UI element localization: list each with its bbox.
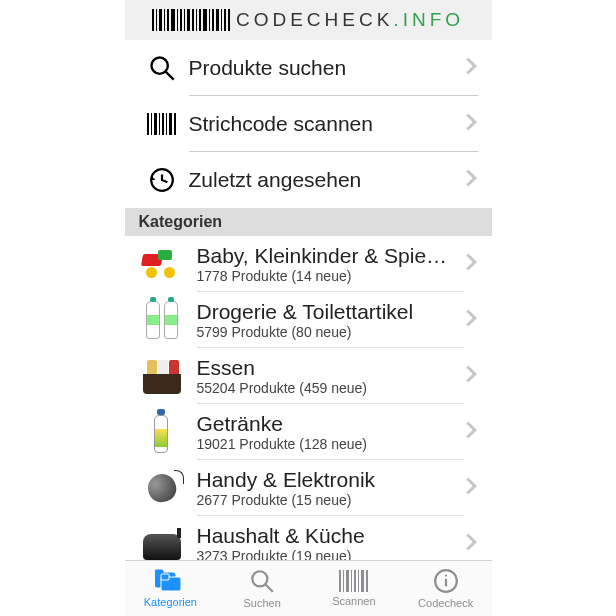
svg-rect-37 xyxy=(339,570,341,592)
category-row-handy[interactable]: Handy & Elektronik 2677 Produkte (15 neu… xyxy=(125,460,492,516)
svg-rect-13 xyxy=(203,9,207,31)
category-row-essen[interactable]: Essen 55204 Produkte (459 neue) xyxy=(125,348,492,404)
svg-point-47 xyxy=(445,575,447,577)
category-thumb xyxy=(135,351,189,401)
search-icon xyxy=(249,568,275,594)
svg-rect-23 xyxy=(151,113,152,135)
svg-rect-1 xyxy=(156,9,157,31)
action-scan[interactable]: Strichcode scannen xyxy=(125,96,492,152)
content: Produkte suchen Strichcode scannen xyxy=(125,40,492,560)
category-subtitle: 19021 Produkte (128 neue) xyxy=(197,436,460,452)
logo-word: CODECHECK xyxy=(236,9,393,30)
svg-rect-42 xyxy=(358,570,359,592)
svg-rect-41 xyxy=(354,570,356,592)
svg-rect-43 xyxy=(361,570,364,592)
svg-rect-5 xyxy=(171,9,175,31)
logo-suffix: INFO xyxy=(403,9,464,30)
svg-rect-11 xyxy=(196,9,197,31)
tab-kategorien[interactable]: Kategorien xyxy=(125,561,217,616)
svg-rect-44 xyxy=(366,570,368,592)
logo-text: CODECHECK.INFO xyxy=(236,9,464,31)
svg-rect-4 xyxy=(167,9,169,31)
category-title: Haushalt & Küche xyxy=(197,524,460,548)
category-thumb xyxy=(135,407,189,457)
tab-label: Codecheck xyxy=(418,597,473,609)
chevron-right-icon xyxy=(464,476,478,500)
history-icon xyxy=(139,167,185,193)
chevron-right-icon xyxy=(464,420,478,444)
category-subtitle: 55204 Produkte (459 neue) xyxy=(197,380,460,396)
barcode-icon xyxy=(139,113,185,135)
category-row-drogerie[interactable]: Drogerie & Toilettartikel 5799 Produkte … xyxy=(125,292,492,348)
info-icon xyxy=(433,568,459,594)
tab-scannen[interactable]: Scannen xyxy=(308,561,400,616)
svg-rect-12 xyxy=(199,9,201,31)
chevron-right-icon xyxy=(464,252,478,276)
svg-rect-22 xyxy=(147,113,149,135)
tab-codecheck[interactable]: Codecheck xyxy=(400,561,492,616)
svg-rect-38 xyxy=(343,570,344,592)
category-thumb xyxy=(135,519,189,560)
action-label: Zuletzt angesehen xyxy=(189,168,362,192)
svg-rect-8 xyxy=(184,9,185,31)
app-root: CODECHECK.INFO Produkte suchen xyxy=(125,0,492,616)
svg-rect-7 xyxy=(180,9,182,31)
svg-rect-40 xyxy=(351,570,352,592)
svg-rect-29 xyxy=(174,113,176,135)
tab-label: Kategorien xyxy=(144,596,197,608)
svg-rect-10 xyxy=(192,9,194,31)
category-title: Drogerie & Toilettartikel xyxy=(197,300,460,324)
chevron-right-icon xyxy=(464,56,478,80)
barcode-logo-icon xyxy=(152,9,230,31)
svg-rect-15 xyxy=(212,9,214,31)
svg-rect-2 xyxy=(159,9,162,31)
svg-rect-24 xyxy=(154,113,157,135)
barcode-icon xyxy=(339,570,369,592)
category-subtitle: 1778 Produkte (14 neue) xyxy=(197,268,460,284)
chevron-right-icon xyxy=(464,168,478,192)
action-recent[interactable]: Zuletzt angesehen xyxy=(125,152,492,208)
svg-rect-3 xyxy=(164,9,165,31)
svg-rect-25 xyxy=(159,113,160,135)
svg-rect-27 xyxy=(166,113,167,135)
chevron-right-icon xyxy=(464,364,478,388)
svg-rect-34 xyxy=(161,574,169,580)
category-subtitle: 3273 Produkte (19 neue) xyxy=(197,548,460,560)
folder-icon xyxy=(155,569,185,593)
svg-rect-6 xyxy=(177,9,178,31)
svg-rect-17 xyxy=(221,9,222,31)
action-label: Produkte suchen xyxy=(189,56,347,80)
tab-suchen[interactable]: Suchen xyxy=(216,561,308,616)
category-subtitle: 5799 Produkte (80 neue) xyxy=(197,324,460,340)
tab-label: Suchen xyxy=(243,597,280,609)
category-title: Handy & Elektronik xyxy=(197,468,460,492)
logo-dot: . xyxy=(393,9,402,30)
tab-label: Scannen xyxy=(332,595,375,607)
category-thumb xyxy=(135,295,189,345)
category-thumb xyxy=(135,463,189,513)
action-search[interactable]: Produkte suchen xyxy=(125,40,492,96)
svg-point-20 xyxy=(151,58,167,74)
category-row-getraenke[interactable]: Getränke 19021 Produkte (128 neue) xyxy=(125,404,492,460)
app-header: CODECHECK.INFO xyxy=(125,0,492,40)
category-subtitle: 2677 Produkte (15 neue) xyxy=(197,492,460,508)
category-title: Essen xyxy=(197,356,460,380)
category-thumb xyxy=(135,239,189,289)
chevron-right-icon xyxy=(464,308,478,332)
category-row-baby[interactable]: Baby, Kleinkinder & Spie… 1778 Produkte … xyxy=(125,236,492,292)
svg-point-35 xyxy=(252,571,267,586)
category-title: Getränke xyxy=(197,412,460,436)
svg-rect-9 xyxy=(187,9,190,31)
svg-line-36 xyxy=(265,584,273,592)
svg-rect-39 xyxy=(346,570,349,592)
tabbar: Kategorien Suchen Scannen Codecheck xyxy=(125,560,492,616)
svg-rect-0 xyxy=(152,9,154,31)
svg-rect-14 xyxy=(209,9,210,31)
section-header-categories: Kategorien xyxy=(125,208,492,236)
svg-rect-18 xyxy=(224,9,226,31)
svg-rect-19 xyxy=(228,9,230,31)
category-row-haushalt[interactable]: Haushalt & Küche 3273 Produkte (19 neue) xyxy=(125,516,492,560)
svg-line-21 xyxy=(165,72,173,80)
chevron-right-icon xyxy=(464,532,478,556)
action-label: Strichcode scannen xyxy=(189,112,373,136)
